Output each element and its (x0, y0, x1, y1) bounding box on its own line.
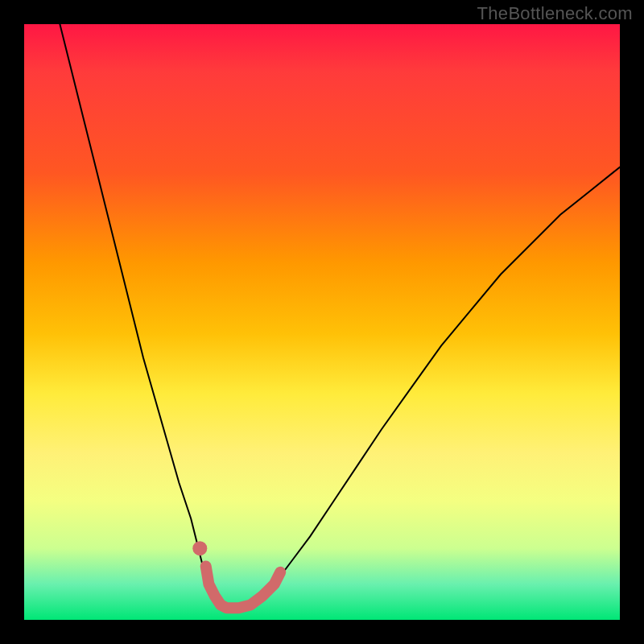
watermark-text: TheBottleneck.com (477, 3, 633, 24)
chart-svg (24, 24, 620, 620)
curve-black (60, 24, 620, 608)
marker-pink-dot (192, 541, 207, 555)
chart-frame: TheBottleneck.com (0, 0, 644, 644)
curve-pink-highlight (206, 566, 281, 608)
plot-area (24, 24, 620, 620)
